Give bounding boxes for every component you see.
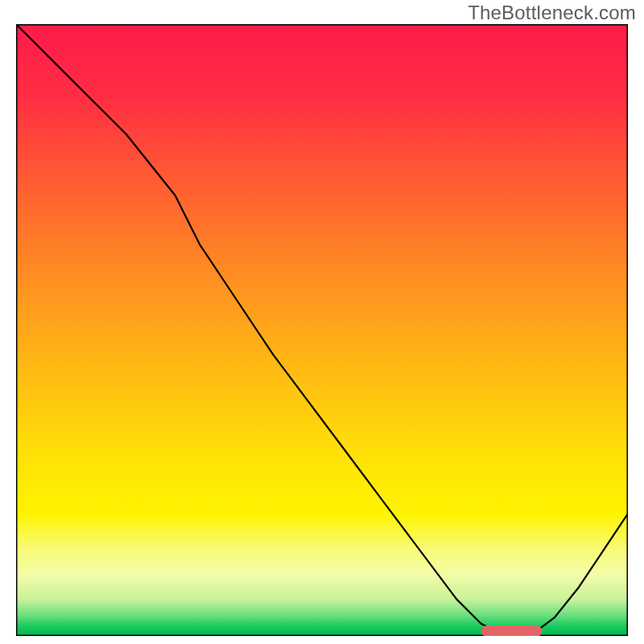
optimal-range-marker	[481, 625, 543, 636]
chart-svg	[16, 24, 628, 636]
chart-area	[16, 24, 628, 636]
watermark-text: TheBottleneck.com	[468, 2, 636, 24]
